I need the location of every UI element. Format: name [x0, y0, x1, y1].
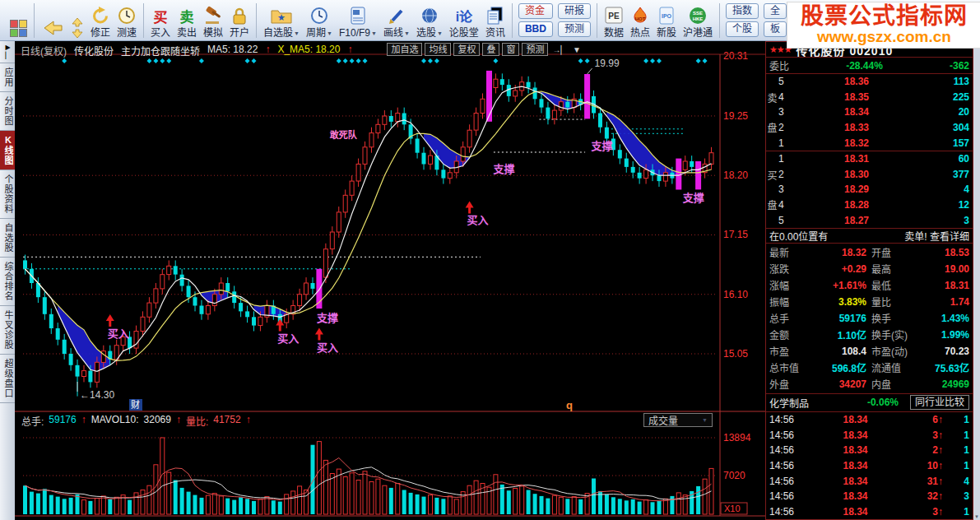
window-layout-icon	[10, 20, 27, 37]
weibi-diff: -362	[927, 60, 969, 72]
buy-level-row[interactable]: 518.273	[778, 212, 973, 228]
chevron-down-icon: ▼	[327, 27, 332, 39]
scroll-down-icon[interactable]: ▼	[974, 513, 979, 520]
trading-app-window: 修正测速买买入卖卖出模拟开户★自选股▼周期▼F10/F9▼画线▼选股▼i论论股堂…	[0, 0, 980, 520]
toolbar-button-watchlist[interactable]: ★自选股▼	[260, 2, 303, 39]
stat-row: 涨幅+1.61%最低18.31	[769, 277, 969, 294]
toolbar-button-研报[interactable]: 研报	[558, 3, 591, 19]
panel-scrollbar[interactable]: ▲ ▼	[973, 41, 980, 520]
watermark-title: 股票公式指标网	[787, 5, 980, 28]
sidebar-tab-intraday-chart[interactable]: 分时图	[0, 92, 15, 131]
buy-level-row[interactable]: 418.2812	[778, 197, 973, 213]
toolbar-button-buy[interactable]: 买买入	[147, 2, 174, 39]
toolbar-button-资金[interactable]: 资金	[518, 3, 553, 19]
trade-row: 14:5618.3431↑4	[769, 473, 969, 489]
toolbar-button-f10-f9[interactable]: F10/F9▼	[336, 2, 380, 39]
speed-clock-icon	[118, 7, 136, 25]
svg-text:19.99: 19.99	[595, 58, 620, 69]
toolbar-button-预测[interactable]: 预测	[558, 21, 591, 37]
sell-level-row[interactable]: 118.32157	[778, 135, 973, 151]
toolbar-button-指数[interactable]: 指数	[726, 3, 759, 19]
period-clock-icon	[310, 7, 328, 25]
svg-text:16.10: 16.10	[723, 289, 748, 300]
kline-chart-canvas[interactable]: 买入买入支撑买入买入支撑支撑支撑敢死队19.99←14.3020.3119.25…	[15, 41, 765, 520]
expand-panel-icon[interactable]: →▏	[550, 45, 569, 54]
chevron-down-icon: ▼	[404, 27, 410, 39]
weibi-value: -28.44%	[802, 60, 927, 72]
indicator-name-label: 主力加仓跟随坐轿	[121, 44, 200, 56]
toolbar-button-data[interactable]: PE数据	[601, 2, 627, 39]
volume-indicator-selector[interactable]: 成交量 ▼	[643, 413, 713, 427]
toolbar-separator	[34, 3, 35, 38]
forum-char-icon: i论	[456, 6, 472, 26]
svg-text:敢死队: 敢死队	[330, 129, 358, 140]
toolbar-button-BBD[interactable]: BBD	[518, 21, 553, 37]
sidebar-tab-apps[interactable]: 应用	[0, 63, 15, 92]
buy-level-row[interactable]: 218.30377	[778, 167, 973, 183]
svg-text:支撑: 支撑	[682, 192, 704, 204]
toolbar-button-draw-line[interactable]: 画线▼	[380, 2, 413, 39]
toolbar-button-hot-topics[interactable]: HOT热点	[627, 2, 653, 39]
toolbar-button-stock-forum[interactable]: i论论股堂	[446, 2, 482, 39]
svg-text:PE: PE	[608, 12, 620, 21]
sidebar-tab-diagnosis[interactable]: 牛叉诊股	[0, 306, 15, 355]
buy-level-row[interactable]: 118.3160	[778, 151, 973, 167]
svg-text:17.15: 17.15	[723, 229, 748, 240]
sell-level-row[interactable]: 418.35225	[778, 90, 973, 105]
sell-book-label: 卖盘	[766, 74, 778, 151]
toolbar-button-nav-updown[interactable]	[67, 2, 87, 39]
toolbar-button-sell[interactable]: 卖卖出	[174, 2, 200, 39]
chart-option-叠[interactable]: 叠	[482, 43, 499, 56]
buy-book-label: 买盘	[766, 151, 778, 228]
toolbar-button-new-shares[interactable]: IPO新股	[653, 2, 680, 39]
svg-text:买入: 买入	[317, 341, 338, 354]
svg-text:HKE: HKE	[693, 16, 704, 21]
chevron-down-icon[interactable]: ▼	[571, 45, 583, 54]
toolbar-button-open-account[interactable]: 开户	[226, 2, 253, 39]
toolbar-button-个股[interactable]: 个股	[726, 21, 759, 37]
toolbar-button-hk-connect[interactable]: SSEHKE沪港通	[680, 2, 716, 39]
svg-text:买入: 买入	[467, 214, 489, 226]
chart-option-复权[interactable]: 复权	[453, 43, 480, 56]
buy-level-row[interactable]: 318.294	[778, 182, 973, 197]
sell-level-row[interactable]: 318.3420	[778, 104, 973, 120]
volume-header: 总手: 59176 ↑ MAVOL10: 32069 ↑ 量比: 41752 ↑	[21, 414, 251, 427]
toolbar-separator	[719, 3, 720, 38]
sell-level-row[interactable]: 218.33304	[778, 120, 973, 136]
watermark-url: www.gszx.com.cn	[787, 29, 980, 44]
sidebar-tab-stock-info[interactable]: 个股资料	[0, 170, 15, 219]
industry-change: -0.06%	[814, 397, 905, 408]
toolbar-button-speed-test[interactable]: 测速	[114, 2, 140, 39]
sidebar-tab-super-tape[interactable]: 超级盘口	[0, 355, 15, 403]
svg-text:X10: X10	[724, 504, 741, 513]
svg-text:支撑: 支撑	[316, 312, 338, 324]
toolbar-button-back[interactable]	[38, 2, 67, 39]
toolbar-button-window-layout[interactable]	[7, 2, 30, 39]
chart-option-窗[interactable]: 窗	[502, 43, 519, 56]
toolbar-button-simulate[interactable]: 模拟	[200, 2, 226, 39]
toolbar-button-板[interactable]: 板	[764, 21, 787, 37]
sidebar-tab-kline-chart[interactable]: K线图	[0, 131, 15, 170]
view-detail-link[interactable]: 查看详细	[930, 231, 969, 243]
document-icon	[350, 7, 366, 25]
chart-option-预测[interactable]: 预测	[522, 43, 548, 56]
chart-option-均线[interactable]: 均线	[425, 43, 451, 56]
toolbar-button-stock-picker[interactable]: 选股▼	[413, 2, 446, 39]
sidebar-tab-collapse[interactable]: ▶▏	[0, 41, 15, 63]
toolbar-button-全[interactable]: 全	[764, 3, 787, 19]
ma5-value: MA5: 18.22	[207, 44, 258, 56]
sse-hke-icon: SSEHKE	[688, 7, 708, 26]
liangbi-up-arrow: ↑	[246, 414, 251, 427]
sell-level-row[interactable]: 518.36113	[778, 74, 973, 90]
toolbar-separator	[256, 3, 257, 38]
chart-option-加自选[interactable]: 加自选	[387, 43, 422, 56]
sell-order-book: 卖盘 518.36113418.35225318.3420218.3330411…	[766, 73, 973, 151]
toolbar-button-news[interactable]: 资讯	[482, 2, 509, 39]
sidebar-tab-watchlist[interactable]: 自选股	[0, 219, 15, 258]
toolbar-button-revise[interactable]: 修正	[87, 2, 114, 39]
pencil-icon	[388, 7, 406, 25]
toolbar-button-period[interactable]: 周期▼	[303, 2, 336, 39]
industry-compare-button[interactable]: 同行业比较	[910, 395, 969, 410]
sidebar-tab-ranking[interactable]: 综合排名	[0, 258, 15, 306]
svg-text:←14.30: ←14.30	[80, 389, 114, 401]
